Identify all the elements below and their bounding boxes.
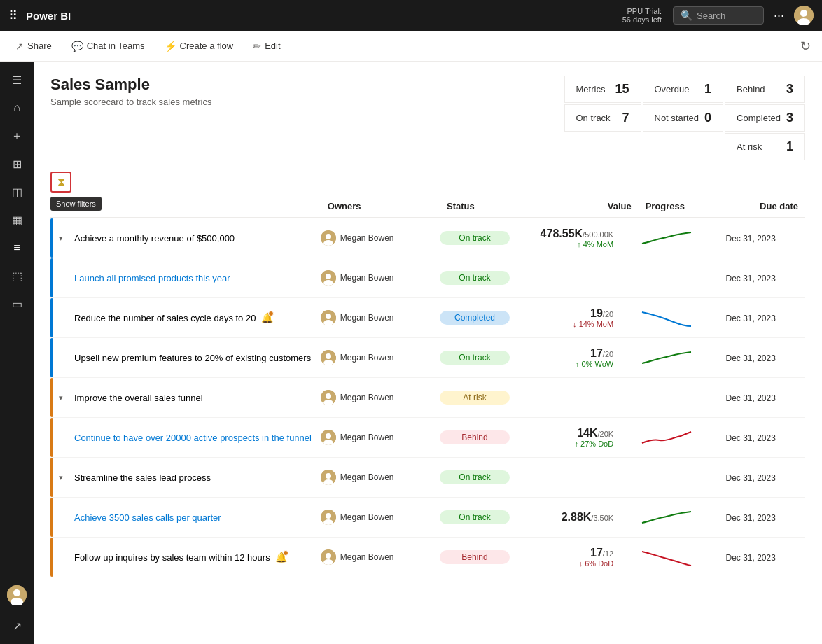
more-options-icon[interactable]: ··· (774, 8, 784, 23)
owner-avatar-img (321, 230, 336, 246)
status-badge: Behind (440, 430, 510, 444)
table-row: ▾ Reduce the number of sales cycle days … (50, 298, 805, 338)
name-col: ▾ Upsell new premium features to 20% of … (50, 338, 321, 378)
metric-box-behind[interactable]: Behind 3 (725, 76, 805, 103)
name-col: ▾ Reduce the number of sales cycle days … (50, 298, 321, 338)
notification-badge[interactable]: 🔔 (260, 311, 274, 325)
owner-name: Megan Bowen (340, 273, 394, 283)
owner-avatar-img (321, 310, 336, 326)
row-bar (50, 378, 53, 417)
table-row: ▾ Improve the overall sales funnel Megan… (50, 378, 805, 418)
owner-col: Megan Bowen (321, 258, 440, 298)
name-col: ▾ Improve the overall sales funnel (50, 378, 321, 418)
sidebar-monitor-icon[interactable]: ▭ (4, 291, 29, 316)
name-col: ▾ Achieve 3500 sales calls per quarter (50, 498, 321, 538)
row-name: Continue to have over 20000 active prosp… (74, 433, 321, 443)
metric-box-ontrack[interactable]: On track 7 (564, 104, 641, 132)
notification-badge[interactable]: 🔔 (274, 550, 288, 564)
metric-box-metrics[interactable]: Metrics 15 (564, 76, 641, 103)
user-avatar[interactable] (794, 6, 814, 25)
metric-box-completed[interactable]: Completed 3 (725, 104, 805, 132)
owner-name: Megan Bowen (340, 353, 394, 363)
status-badge: On track (440, 271, 510, 285)
row-name: Improve the overall sales funnel (74, 393, 321, 403)
sidebar-data-icon[interactable]: ◫ (4, 179, 29, 204)
row-bar (50, 458, 53, 497)
svg-point-1 (800, 10, 807, 17)
sidebar-collapse-icon[interactable]: ☰ (4, 67, 29, 92)
metric-box-notstarted[interactable]: Not started 0 (643, 104, 724, 132)
app-grid-icon[interactable]: ⠿ (8, 8, 18, 23)
create-flow-button[interactable]: ⚡ Create a flow (160, 38, 238, 55)
owner-col: Megan Bowen (321, 498, 440, 538)
value-cell: 19/20 ↓ 14% MoM (535, 307, 619, 328)
share-icon: ↗ (15, 41, 24, 52)
value-main: 478.55K/500.00K (535, 227, 613, 240)
status-col: Behind (440, 418, 535, 458)
metric-label-ontrack: On track (576, 113, 611, 123)
due-date: Dec 31, 2023 (725, 354, 775, 363)
search-box[interactable]: 🔍 Search (673, 6, 764, 24)
owner-col: Megan Bowen (321, 538, 440, 578)
sidebar-avatar[interactable] (7, 585, 27, 605)
filter-tooltip: Show filters (50, 197, 102, 211)
value-col: 478.55K/500.00K ↑ 4% MoM (535, 218, 639, 258)
owner-cell: Megan Bowen (321, 390, 419, 405)
owner-cell: Megan Bowen (321, 430, 419, 445)
sidebar-home-icon[interactable]: ⌂ (4, 95, 29, 120)
row-name-text: Streamline the sales lead process (74, 472, 211, 483)
metric-value-overdue: 1 (704, 82, 711, 97)
progress-col (639, 498, 726, 538)
metric-value-completed: 3 (786, 111, 793, 125)
value-col: 2.88K/3.50K (535, 498, 639, 538)
row-chevron[interactable]: ▾ (59, 234, 69, 243)
owner-avatar-img (321, 430, 336, 445)
row-name-link[interactable]: Continue to have over 20000 active prosp… (74, 433, 312, 443)
metric-label-metrics: Metrics (576, 84, 606, 94)
sidebar-apps-icon[interactable]: ⬚ (4, 263, 29, 288)
metric-label-atrisk: At risk (737, 141, 762, 152)
share-button[interactable]: ↗ Share (11, 38, 56, 55)
owner-avatar-img (321, 390, 336, 405)
owner-cell: Megan Bowen (321, 470, 419, 485)
sparkline (639, 346, 695, 369)
flow-icon: ⚡ (165, 41, 176, 52)
sidebar-scorecard-icon[interactable]: ▦ (4, 207, 29, 232)
edit-button[interactable]: ✏ Edit (249, 38, 284, 55)
row-name: Achieve 3500 sales calls per quarter (74, 512, 321, 523)
owner-avatar-img (321, 510, 336, 525)
value-change: ↑ 4% MoM (535, 240, 613, 248)
progress-col (639, 418, 726, 458)
chat-teams-button[interactable]: 💬 Chat in Teams (67, 38, 149, 55)
row-chevron[interactable]: ▾ (59, 393, 69, 402)
row-name: Streamline the sales lead process (74, 472, 321, 483)
sidebar-metrics-icon[interactable]: ≡ (4, 235, 29, 260)
row-bar (50, 218, 53, 258)
svg-point-16 (326, 354, 331, 359)
due-date: Dec 31, 2023 (725, 473, 775, 483)
sidebar-add-icon[interactable]: ＋ (4, 123, 29, 148)
owner-col: Megan Bowen (321, 218, 440, 258)
metric-label-behind: Behind (737, 84, 765, 94)
table-row: ▾ Upsell new premium features to 20% of … (50, 338, 805, 378)
sparkline (639, 267, 695, 289)
status-badge: On track (440, 510, 510, 524)
filter-button[interactable]: ⧗ (50, 172, 71, 192)
row-bar (50, 338, 53, 377)
row-chevron[interactable]: ▾ (59, 473, 69, 482)
row-name: Launch all promised products this year (74, 273, 321, 284)
sidebar-browse-icon[interactable]: ⊞ (4, 151, 29, 176)
refresh-icon[interactable]: ↻ (800, 38, 811, 54)
owner-name: Megan Bowen (340, 393, 394, 402)
row-name: Follow up inquires by sales team within … (74, 550, 321, 564)
value-change: ↓ 14% MoM (535, 320, 613, 328)
metric-box-atrisk[interactable]: At risk 1 (725, 133, 805, 160)
main-content: Sales Sample Sample scorecard to track s… (34, 62, 822, 644)
value-col (535, 258, 639, 298)
sidebar-external-icon[interactable]: ↗ (4, 613, 29, 638)
metric-box-overdue[interactable]: Overdue 1 (643, 76, 724, 103)
svg-point-19 (326, 393, 331, 399)
row-name-link[interactable]: Achieve 3500 sales calls per quarter (74, 512, 221, 523)
row-name-link[interactable]: Launch all promised products this year (74, 273, 230, 284)
status-col: On track (440, 218, 535, 258)
